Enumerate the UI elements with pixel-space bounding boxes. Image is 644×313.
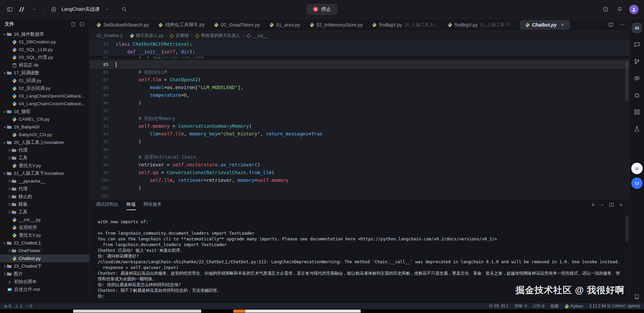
code-line[interactable]: 94 llm=self.llm, memory_key="chat_histor… — [90, 130, 629, 138]
panel-tab[interactable]: 调试控制台 — [96, 199, 119, 210]
code-line[interactable]: 100 self.llm, retriever=retriever, memor… — [90, 177, 629, 184]
code-line[interactable]: 101 ) — [90, 184, 629, 192]
close-panel-icon[interactable] — [619, 203, 623, 207]
code-editor[interactable]: 53class ChatbotWithRetrieval:55 def __in… — [90, 40, 629, 199]
help-icon[interactable]: ? — [601, 5, 610, 14]
tree-item[interactable]: 自述文件.md — [0, 285, 89, 293]
code-line[interactable]: 91 — [90, 107, 629, 115]
status-segment[interactable]: 3.12.2 64 位 ('shims': pyenv) — [589, 303, 640, 309]
tree-item[interactable]: 工具 — [0, 208, 89, 216]
tree-item[interactable]: __init__.py — [0, 216, 89, 224]
chat-icon[interactable] — [632, 40, 642, 50]
code-line[interactable]: 90 ) — [90, 99, 629, 107]
code-line[interactable]: 85 — [90, 61, 629, 68]
tree-item[interactable]: Chatbot.py — [0, 255, 89, 262]
docs-icon[interactable] — [632, 292, 642, 302]
bell-icon[interactable] — [615, 5, 624, 14]
grid-icon[interactable] — [632, 107, 642, 117]
code-line[interactable]: 96 — [90, 146, 629, 153]
tree-item[interactable]: __pycache__ — [0, 177, 89, 185]
code-line[interactable]: 88 model=os.environ["LLM_MODELEND"], — [90, 84, 629, 91]
tree-item[interactable]: 模板 — [0, 200, 89, 208]
breadcrumb-item[interactable]: 22_Chatbot上 — [96, 33, 123, 39]
terminal-dropdown-chevron-icon[interactable] — [600, 203, 604, 207]
code-line[interactable]: 97 # 设置Retrieval Chain — [90, 153, 629, 161]
assistant-float-button[interactable] — [631, 163, 643, 174]
tree-item[interactable]: 18_骆驼 — [0, 108, 89, 115]
tree-item[interactable]: 20_人脉工具上/socializer — [0, 139, 89, 146]
editor-tab[interactable]: 结构化工具聊天.py — [153, 19, 209, 31]
branch-icon[interactable] — [632, 56, 642, 67]
breadcrumb-item[interactable]: __init__ — [246, 33, 268, 38]
doubao-float-button[interactable] — [631, 178, 643, 189]
tree-item[interactable]: 16_操作数据库 — [0, 30, 89, 38]
code-line[interactable]: 99 self.qa = ConversationalRetrievalChai… — [90, 169, 629, 177]
status-circle-slash-icon[interactable]: ⊘0 — [4, 304, 11, 309]
more-actions-icon[interactable]: ⋯ — [619, 21, 625, 28]
status-segment[interactable]: UTF-8 — [533, 304, 544, 309]
tree-item[interactable]: 静止的 — [0, 193, 89, 200]
tree-item[interactable]: BabyAGI_CN.py — [0, 131, 89, 139]
tree-item[interactable]: 17_回调函数 — [0, 69, 89, 77]
tree-item[interactable]: 02_SQL_LLM.py — [0, 46, 89, 53]
terminal-scrollbar[interactable] — [625, 216, 629, 242]
tree-item[interactable]: 鲜花店.db — [0, 61, 89, 69]
new-file-icon[interactable] — [71, 22, 76, 27]
editor-tab[interactable]: findbigV.py20_人脉工具上/... — [367, 19, 443, 31]
tree-item[interactable]: 02_异步回调.py — [0, 84, 89, 92]
tree-item[interactable]: 03_SQL_代理.py — [0, 53, 89, 61]
breadcrumb-item[interactable]: 皮赖特 — [170, 33, 189, 39]
panel-tab[interactable]: 终端 — [127, 199, 136, 210]
editor-scrollbar[interactable] — [625, 61, 629, 102]
tree-item[interactable]: 工具 — [0, 154, 89, 162]
breadcrumb-item[interactable]: 带检索的聊天机器人 — [195, 33, 240, 39]
tree-item[interactable]: 03_LangChainOpenAICallback... — [0, 92, 89, 100]
tab-close-icon[interactable] — [560, 23, 565, 27]
status-segment[interactable]: Python — [564, 304, 583, 309]
tree-item[interactable]: 图片 — [0, 270, 89, 278]
code-line[interactable]: 87 self.llm = ChatOpenAI( — [90, 76, 629, 84]
editor-tab[interactable]: 01_arxiv.py — [265, 19, 305, 31]
collapse-all-icon[interactable] — [79, 22, 85, 27]
code-line[interactable]: 53class ChatbotWithRetrieval: — [90, 40, 629, 48]
tree-item[interactable]: CAMEL_CN.py — [0, 115, 89, 123]
logo-chevron-down-icon[interactable] — [30, 5, 38, 14]
tree-item[interactable]: 查找大V.py — [0, 231, 89, 239]
tree-item[interactable]: OneFlower — [0, 247, 89, 255]
split-editor-icon[interactable] — [608, 22, 613, 27]
app-logo-icon[interactable] — [17, 5, 26, 14]
status-segment[interactable]: 空格: 4 — [514, 303, 527, 309]
new-terminal-icon[interactable] — [591, 202, 595, 207]
code-line[interactable]: 86 # 初始化LLM — [90, 68, 629, 76]
code-line[interactable]: 93 self.memory = ConversationSummaryMemo… — [90, 122, 629, 130]
tree-item[interactable]: 21_人脉工具下/socializer — [0, 169, 89, 177]
tree-item[interactable]: 23_Chatbot下 — [0, 262, 89, 270]
tree-item[interactable]: $初始化脚本 — [0, 278, 89, 285]
panel-tab[interactable]: 网络服务 — [144, 199, 162, 210]
code-line[interactable]: 98 retriever = self.vectorstore.as_retri… — [90, 161, 629, 169]
status-segment[interactable]: 行 85, 列 1 — [489, 303, 508, 309]
status-warning-icon[interactable]: ⚠1 — [15, 304, 22, 309]
code-line[interactable]: 102 — [90, 192, 629, 199]
tree-item[interactable]: 查找大V.py — [0, 162, 89, 169]
eye-icon[interactable] — [632, 73, 642, 83]
editor-tab[interactable]: 02_GmailToken.py — [209, 19, 265, 31]
editor-tab[interactable]: SelfAskwithSearch.py — [92, 19, 153, 31]
tree-item[interactable]: 22_Chatbot上 — [0, 239, 89, 247]
tree-item[interactable]: 代理 — [0, 146, 89, 154]
user-avatar[interactable] — [629, 5, 639, 14]
search-icon[interactable] — [120, 5, 129, 14]
tree-item[interactable]: 代理 — [0, 185, 89, 193]
split-panel-icon[interactable] — [609, 202, 614, 207]
editor-tab[interactable]: Chatbot.py — [520, 20, 570, 30]
tree-item[interactable]: 01_回调.py — [0, 77, 89, 84]
bug-icon[interactable] — [632, 90, 642, 100]
sidebar-toggle-icon[interactable] — [5, 5, 14, 14]
code-line[interactable]: 89 temperature=0, — [90, 91, 629, 99]
tree-item[interactable]: 04_LangChainCustomCallback... — [0, 100, 89, 108]
flask-icon[interactable] — [632, 124, 642, 134]
tree-item[interactable]: 01_DBCreation.py — [0, 38, 89, 46]
code-line[interactable]: 92 # 初始化Memory — [90, 115, 629, 122]
status-circle-icon[interactable]: ○0 — [26, 304, 32, 309]
status-segment[interactable]: 低频 — [550, 303, 558, 309]
